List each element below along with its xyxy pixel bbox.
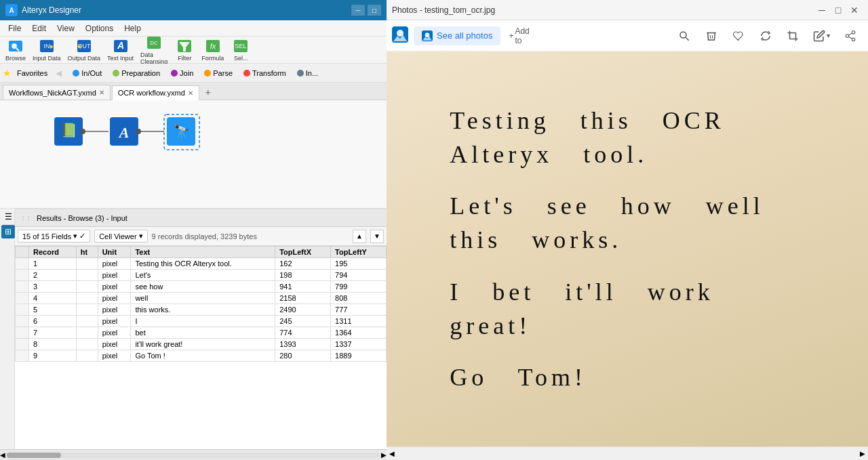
cell-5-4: 245 bbox=[275, 316, 331, 327]
data-table[interactable]: Record ht Unit Text TopLeftX TopLeftY 1p… bbox=[15, 246, 387, 449]
toolbar-input-data[interactable]: IN Input Data bbox=[30, 37, 64, 63]
table-row[interactable]: 1pixelTesting this OCR Alteryx tool.1621… bbox=[16, 258, 387, 270]
cat-join[interactable]: Join bbox=[168, 68, 196, 79]
tab-add-button[interactable]: + bbox=[201, 85, 216, 100]
scroll-up-btn[interactable]: ▲ bbox=[353, 230, 366, 243]
cat-preparation[interactable]: Preparation bbox=[110, 68, 163, 79]
menu-help[interactable]: Help bbox=[119, 22, 146, 35]
fields-count: 15 of 15 Fields bbox=[22, 232, 71, 241]
add-to-btn[interactable]: + Add to bbox=[509, 24, 533, 48]
scroll-right-btn[interactable]: ▶ bbox=[381, 451, 387, 459]
toolbar-browse-label: Browse bbox=[5, 55, 26, 62]
th-unit[interactable]: Unit bbox=[98, 247, 131, 258]
tab-bar: Workflows_NickAGT.yxmd ✕ OCR workflow.yx… bbox=[0, 83, 387, 100]
table-row[interactable]: 9pixelGo Tom !2801889 bbox=[16, 350, 387, 362]
table-row[interactable]: 4pixelwell2158808 bbox=[16, 293, 387, 304]
cell-0-1 bbox=[76, 258, 98, 270]
like-btn[interactable] bbox=[726, 24, 751, 48]
cell-7-4: 1393 bbox=[275, 339, 331, 350]
cat-in[interactable]: In... bbox=[294, 68, 321, 79]
scroll-left-btn[interactable]: ◀ bbox=[0, 451, 5, 459]
share-btn[interactable] bbox=[838, 24, 863, 48]
alteryx-app-icon: A bbox=[5, 4, 18, 16]
fields-check-icon: ✓ bbox=[79, 232, 85, 241]
tab-ocr-workflow[interactable]: OCR workflow.yxmd ✕ bbox=[112, 85, 199, 100]
svg-text:A: A bbox=[117, 40, 124, 51]
cat-inout[interactable]: In/Out bbox=[70, 68, 104, 79]
cell-8-0: 9 bbox=[29, 350, 77, 362]
text-input-icon: A bbox=[113, 38, 129, 54]
cell-1-4: 198 bbox=[275, 270, 331, 281]
scrollbar-track[interactable] bbox=[7, 453, 380, 458]
side-icon-grid[interactable]: ⊞ bbox=[1, 225, 15, 238]
cell-6-1 bbox=[76, 327, 98, 339]
th-topleftx[interactable]: TopLeftX bbox=[275, 247, 331, 258]
output-data-icon: OUT bbox=[76, 38, 92, 54]
tab-ocr-close[interactable]: ✕ bbox=[188, 89, 193, 97]
crop-btn[interactable] bbox=[781, 24, 805, 48]
toolbar-text-input[interactable]: A Text Input bbox=[104, 37, 136, 63]
maximize-button[interactable]: □ bbox=[368, 5, 381, 16]
add-icon: + bbox=[509, 31, 513, 41]
toolbar-sel[interactable]: SEL Sel... bbox=[228, 37, 254, 63]
cell-7-0: 8 bbox=[29, 339, 77, 350]
photos-minimize-btn[interactable]: ─ bbox=[814, 2, 830, 18]
cat-transform[interactable]: Transform bbox=[241, 68, 289, 79]
cell-0-2: pixel bbox=[98, 258, 131, 270]
tab-workflows[interactable]: Workflows_NickAGT.yxmd ✕ bbox=[3, 85, 111, 100]
th-ht[interactable]: ht bbox=[76, 247, 98, 258]
menu-view[interactable]: View bbox=[52, 22, 80, 35]
photos-scroll-left[interactable]: ◀ bbox=[389, 450, 395, 457]
table-row[interactable]: 8pixelit'll work great!13931337 bbox=[16, 339, 387, 350]
table-row[interactable]: 6pixelI2451311 bbox=[16, 316, 387, 327]
photos-maximize-btn[interactable]: □ bbox=[830, 2, 846, 18]
toolbar-output-data[interactable]: OUT Output Data bbox=[65, 37, 104, 63]
category-bar: ★ Favorites ◀ In/Out Preparation Join Pa… bbox=[0, 64, 387, 83]
menu-file[interactable]: File bbox=[3, 22, 26, 35]
th-text[interactable]: Text bbox=[131, 247, 275, 258]
table-row[interactable]: 5pixelthis works.2490777 bbox=[16, 304, 387, 316]
toolbar-formula[interactable]: fx Formula bbox=[199, 37, 226, 63]
cell-3-1 bbox=[76, 293, 98, 304]
cell-0-4: 162 bbox=[275, 258, 331, 270]
fields-dropdown[interactable]: 15 of 15 Fields ▾ ✓ bbox=[18, 230, 90, 243]
cell-2-0: 3 bbox=[29, 281, 77, 293]
table-row[interactable]: 2pixelLet's198794 bbox=[16, 270, 387, 281]
th-toplefty[interactable]: TopLeftY bbox=[331, 247, 387, 258]
rotate-btn[interactable] bbox=[753, 24, 778, 48]
cell-5-5: 1311 bbox=[331, 316, 387, 327]
cell-3-3: well bbox=[131, 293, 275, 304]
results-grip[interactable]: ⋮⋮ bbox=[20, 215, 31, 221]
handwriting-container: Testing this OCR Alteryx tool. Let's see… bbox=[422, 81, 832, 417]
menu-options[interactable]: Options bbox=[80, 22, 119, 35]
delete-btn[interactable] bbox=[699, 24, 724, 48]
menu-edit[interactable]: Edit bbox=[26, 22, 52, 35]
toolbar-filter[interactable]: Filter bbox=[172, 37, 197, 63]
scrollbar-thumb[interactable] bbox=[7, 453, 61, 458]
share-icon bbox=[844, 30, 856, 42]
cell-viewer-btn[interactable]: Cell Viewer ▾ bbox=[94, 230, 147, 243]
horizontal-scrollbar[interactable]: ◀ ▶ bbox=[0, 449, 387, 460]
photos-scroll-right[interactable]: ▶ bbox=[860, 450, 865, 457]
toolbar-data-cleansing[interactable]: DC DataCleansing bbox=[138, 33, 170, 66]
svg-text:SEL: SEL bbox=[235, 43, 247, 49]
photos-window-title: Photos - testing_tom_ocr.jpg bbox=[392, 5, 495, 15]
search-btn[interactable] bbox=[672, 24, 696, 48]
table-row[interactable]: 3pixelsee how941799 bbox=[16, 281, 387, 293]
side-icon-list[interactable]: ☰ bbox=[1, 210, 15, 224]
cell-7-1 bbox=[76, 339, 98, 350]
tab-workflows-close[interactable]: ✕ bbox=[99, 89, 104, 96]
photos-close-btn[interactable]: ✕ bbox=[846, 2, 863, 18]
crop-icon bbox=[787, 30, 799, 42]
workflow-canvas[interactable]: 📗 A 🔭 bbox=[0, 100, 387, 209]
cell-1-3: Let's bbox=[131, 270, 275, 281]
toolbar-browse[interactable]: Browse bbox=[3, 37, 28, 63]
sel-icon: SEL bbox=[233, 38, 249, 54]
scroll-down-btn[interactable]: ▼ bbox=[370, 230, 384, 243]
cat-parse[interactable]: Parse bbox=[201, 68, 235, 79]
see-all-photos-btn[interactable]: See all photos bbox=[414, 26, 500, 45]
edit-more-btn[interactable]: ▾ bbox=[808, 27, 835, 45]
table-row[interactable]: 7pixelbet7741364 bbox=[16, 327, 387, 339]
th-record[interactable]: Record bbox=[29, 247, 77, 258]
minimize-button[interactable]: ─ bbox=[351, 5, 365, 16]
